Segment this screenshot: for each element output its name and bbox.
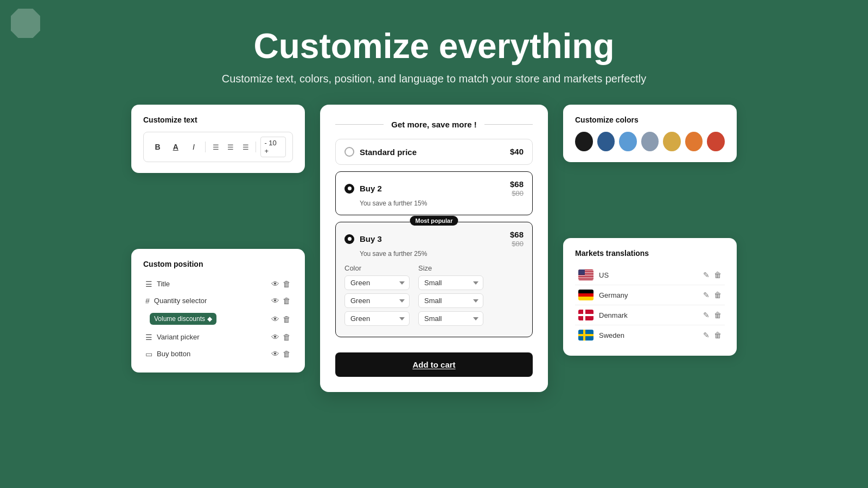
volume-delete-icon[interactable]: 🗑 <box>283 314 291 324</box>
toolbar-divider <box>205 142 206 152</box>
position-label-quantity: Quantity selector <box>154 297 207 305</box>
font-size-control[interactable]: - 10 + <box>260 137 286 157</box>
swatch-black[interactable] <box>575 132 593 151</box>
market-denmark: Denmark ✎ 🗑 <box>575 305 725 325</box>
color-select-2[interactable]: Green <box>344 293 410 308</box>
italic-button[interactable]: I <box>186 139 201 155</box>
position-item-quantity: # Quantity selector 👁 🗑 <box>143 293 293 309</box>
most-popular-badge: Most popular <box>410 216 458 226</box>
add-to-cart-button[interactable]: Add to cart <box>335 352 533 377</box>
bold-button[interactable]: B <box>150 139 165 155</box>
swatch-orange[interactable] <box>685 132 703 151</box>
variant-actions: 👁 🗑 <box>271 332 291 342</box>
market-us-actions: ✎ 🗑 <box>703 271 722 279</box>
variant-icon: ☰ <box>145 333 152 342</box>
market-sweden-edit[interactable]: ✎ <box>703 331 710 339</box>
market-us-delete[interactable]: 🗑 <box>714 271 722 279</box>
variant-section: Color Size Green Small Green <box>344 264 524 329</box>
variant-row-1: Green Small <box>344 275 524 290</box>
color-select-3[interactable]: Green <box>344 311 410 326</box>
option-buy3-label: Buy 3 <box>360 234 382 243</box>
size-select-1[interactable]: Small <box>418 275 483 290</box>
color-select-1[interactable]: Green <box>344 275 410 290</box>
market-us-edit[interactable]: ✎ <box>703 271 710 279</box>
market-us-label: US <box>599 271 609 279</box>
custom-position-panel: Custom position ☰ Title 👁 🗑 # Quantit <box>131 249 305 373</box>
quantity-eye-icon[interactable]: 👁 <box>271 296 279 305</box>
buy-delete-icon[interactable]: 🗑 <box>283 349 291 358</box>
swatch-dark-blue[interactable] <box>597 132 615 151</box>
variant-row-3: Green Small <box>344 311 524 326</box>
position-item-variant: ☰ Variant picker 👁 🗑 <box>143 329 293 345</box>
buy-eye-icon[interactable]: 👁 <box>271 349 279 358</box>
customize-colors-title: Customize colors <box>575 115 725 124</box>
buy3-savings: You save a further 25% <box>360 250 524 258</box>
option-buy2-label: Buy 2 <box>360 184 382 193</box>
radio-buy2[interactable] <box>344 184 354 194</box>
size-select-3[interactable]: Small <box>418 311 483 326</box>
main-layout: Customize text B A I ☰ ☰ ☰ - 10 + Custom… <box>0 105 868 392</box>
page-header: Customize everything Customize text, col… <box>222 0 647 85</box>
swatch-gold[interactable] <box>663 132 681 151</box>
buy2-original-price: $80 <box>510 189 524 197</box>
market-denmark-delete[interactable]: 🗑 <box>714 311 722 319</box>
text-toolbar: B A I ☰ ☰ ☰ - 10 + <box>143 132 293 162</box>
color-header: Color <box>344 264 410 272</box>
market-germany: Germany ✎ 🗑 <box>575 285 725 305</box>
quantity-delete-icon[interactable]: 🗑 <box>283 296 291 305</box>
market-denmark-actions: ✎ 🗑 <box>703 311 722 319</box>
market-denmark-label: Denmark <box>599 311 628 319</box>
position-list: ☰ Title 👁 🗑 # Quantity selector 👁 <box>143 276 293 362</box>
radio-standard[interactable] <box>344 147 354 157</box>
volume-discounts-label: Volume discounts ◆ <box>150 313 216 325</box>
title-delete-icon[interactable]: 🗑 <box>283 279 291 288</box>
title-actions: 👁 🗑 <box>271 279 291 288</box>
buy-icon: ▭ <box>145 350 152 358</box>
market-sweden: Sweden ✎ 🗑 <box>575 325 725 345</box>
position-label-buy: Buy botton <box>157 350 190 358</box>
variant-eye-icon[interactable]: 👁 <box>271 332 279 342</box>
header-line-left <box>335 124 384 125</box>
market-sweden-actions: ✎ 🗑 <box>703 331 722 339</box>
option-standard[interactable]: Standard price $40 <box>335 139 533 165</box>
market-list: US ✎ 🗑 Germany ✎ 🗑 <box>575 265 725 345</box>
quantity-icon: # <box>145 297 150 305</box>
page-title: Customize everything <box>222 26 647 66</box>
product-widget: Get more, save more ! Standard price $40… <box>320 105 548 392</box>
market-germany-delete[interactable]: 🗑 <box>714 291 722 299</box>
customize-text-title: Customize text <box>143 115 293 124</box>
market-germany-actions: ✎ 🗑 <box>703 291 722 299</box>
swatch-gray-blue[interactable] <box>641 132 659 151</box>
option-standard-price: $40 <box>510 147 524 157</box>
size-header: Size <box>418 264 483 272</box>
radio-buy3[interactable] <box>344 234 354 244</box>
option-standard-label: Standard price <box>360 147 417 157</box>
volume-eye-icon[interactable]: 👁 <box>271 314 279 324</box>
market-sweden-delete[interactable]: 🗑 <box>714 331 722 339</box>
size-select-2[interactable]: Small <box>418 293 483 308</box>
position-label-variant: Variant picker <box>157 333 200 341</box>
buy2-savings: You save a further 15% <box>360 200 524 207</box>
custom-position-title: Custom position <box>143 260 293 268</box>
page-subtitle: Customize text, colors, position, and la… <box>222 73 647 85</box>
align-left-icon[interactable]: ☰ <box>210 141 221 153</box>
underline-button[interactable]: A <box>168 139 183 155</box>
buy2-current-price: $68 <box>510 179 524 189</box>
title-eye-icon[interactable]: 👁 <box>271 279 279 288</box>
option-buy2[interactable]: Buy 2 $68 $80 You save a further 15% <box>335 171 533 215</box>
market-denmark-edit[interactable]: ✎ <box>703 311 710 319</box>
header-line-right <box>484 124 533 125</box>
market-germany-edit[interactable]: ✎ <box>703 291 710 299</box>
position-label-title: Title <box>157 280 170 288</box>
swatch-red[interactable] <box>707 132 725 151</box>
align-center-icon[interactable]: ☰ <box>225 141 237 153</box>
left-column: Customize text B A I ☰ ☰ ☰ - 10 + Custom… <box>131 105 305 373</box>
variant-delete-icon[interactable]: 🗑 <box>283 332 291 342</box>
swatch-blue[interactable] <box>619 132 637 151</box>
align-right-icon[interactable]: ☰ <box>240 141 251 153</box>
buy3-original-price: $80 <box>510 240 524 248</box>
customize-text-panel: Customize text B A I ☰ ☰ ☰ - 10 + <box>131 105 305 173</box>
markets-title: Markets translations <box>575 249 725 258</box>
position-item-title: ☰ Title 👁 🗑 <box>143 276 293 292</box>
option-buy3[interactable]: Most popular Buy 3 $68 $80 You save a fu… <box>335 222 533 337</box>
